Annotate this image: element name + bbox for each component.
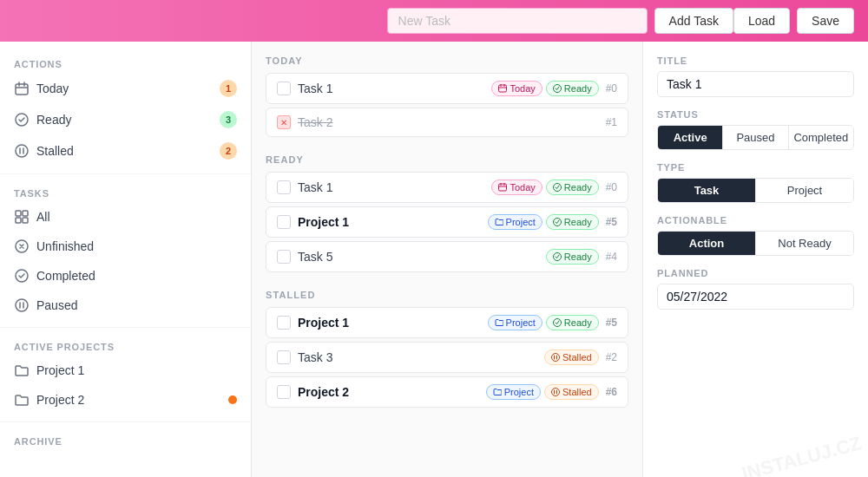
project2-label: Project 2: [36, 393, 221, 407]
task-checkbox[interactable]: [277, 385, 291, 399]
project1-label: Project 1: [36, 363, 237, 377]
svg-rect-0: [16, 84, 28, 95]
unfinished-icon: [14, 238, 30, 254]
sidebar: ACTIONS Today 1 Ready 3 Stalled 2 TASKS: [0, 42, 252, 477]
type-project-button[interactable]: Project: [756, 179, 853, 202]
type-field-label: TYPE: [657, 162, 854, 173]
task-tags: Today Ready: [491, 81, 598, 96]
ready-icon: [14, 112, 30, 127]
stalled-section: STALLED Project 1 Project Ready #5: [266, 290, 628, 408]
tag-today: Today: [491, 180, 542, 195]
table-row[interactable]: Task 1 Today Ready #0: [266, 73, 628, 104]
calendar-icon: [14, 81, 30, 96]
unfinished-label: Unfinished: [36, 239, 237, 253]
task-checkbox[interactable]: [277, 180, 291, 194]
svg-rect-12: [499, 184, 507, 191]
task-checkbox-x[interactable]: ✕: [277, 115, 291, 129]
task-checkbox[interactable]: [277, 82, 291, 95]
table-row[interactable]: Project 2 Project Stalled #6: [266, 376, 628, 408]
svg-rect-5: [16, 218, 21, 223]
task-id: #2: [606, 351, 617, 363]
actionable-field-label: ACTIONABLE: [657, 215, 854, 225]
status-btn-group: Active Paused Completed: [657, 125, 854, 150]
task-tags: Ready: [546, 249, 599, 265]
table-row[interactable]: Project 1 Project Ready #5: [266, 307, 628, 338]
projects-section-title: ACTIVE PROJECTS: [0, 335, 251, 356]
task-name: Task 3: [298, 350, 537, 364]
svg-rect-6: [23, 218, 28, 223]
table-row[interactable]: Task 3 Stalled #2: [266, 342, 628, 373]
ready-label: Ready: [36, 113, 213, 127]
svg-rect-10: [499, 85, 507, 92]
load-button[interactable]: Load: [733, 8, 790, 34]
table-row[interactable]: ✕ Task 2 #1: [266, 108, 628, 137]
task-id: #4: [606, 251, 617, 263]
task-checkbox[interactable]: [277, 316, 291, 330]
sidebar-item-stalled[interactable]: Stalled 2: [0, 135, 251, 167]
task-id: #5: [606, 317, 617, 329]
tag-today: Today: [491, 81, 542, 96]
actionable-notready-button[interactable]: Not Ready: [756, 232, 853, 255]
tasks-section-title: TASKS: [0, 181, 251, 202]
task-checkbox[interactable]: [277, 215, 291, 229]
task-id: #5: [606, 216, 617, 228]
actionable-btn-group: Action Not Ready: [657, 231, 854, 256]
task-checkbox[interactable]: [277, 250, 291, 264]
tag-ready: Ready: [546, 81, 599, 96]
sidebar-item-unfinished[interactable]: Unfinished: [0, 232, 251, 261]
all-icon: [14, 209, 30, 225]
svg-point-9: [16, 299, 28, 311]
task-tags: Project Ready: [488, 214, 599, 230]
status-active-button[interactable]: Active: [658, 126, 723, 149]
tag-stalled: Stalled: [544, 350, 599, 365]
table-row[interactable]: Project 1 Project Ready #5: [266, 206, 628, 238]
sidebar-item-today[interactable]: Today 1: [0, 73, 251, 104]
task-tags: Project Stalled: [486, 384, 599, 400]
right-panel: TITLE STATUS Active Paused Completed TYP…: [642, 42, 868, 477]
new-task-input[interactable]: [387, 8, 648, 34]
stalled-icon: [14, 143, 30, 159]
add-task-button[interactable]: Add Task: [654, 8, 733, 34]
actions-section-title: ACTIONS: [0, 52, 251, 73]
ready-badge: 3: [220, 111, 237, 128]
completed-label: Completed: [36, 269, 237, 283]
completed-icon: [14, 268, 30, 284]
task-tags: Project Ready: [488, 315, 599, 330]
svg-point-18: [552, 389, 560, 396]
task-id: #6: [606, 386, 617, 398]
status-paused-button[interactable]: Paused: [723, 126, 788, 149]
status-completed-button[interactable]: Completed: [789, 126, 853, 149]
tag-ready: Ready: [546, 180, 599, 195]
type-task-button[interactable]: Task: [658, 179, 756, 202]
divider-2: [0, 327, 251, 328]
ready-section-header: READY: [266, 154, 628, 165]
sidebar-item-project1[interactable]: Project 1: [0, 356, 251, 385]
folder-icon-2: [14, 392, 30, 408]
tag-ready: Ready: [546, 214, 599, 230]
today-section: TODAY Task 1 Today Ready #0 ✕: [266, 56, 628, 137]
tag-ready: Ready: [546, 249, 599, 265]
ready-section: READY Task 1 Today Ready #0: [266, 154, 628, 272]
sidebar-item-all[interactable]: All: [0, 202, 251, 232]
table-row[interactable]: Task 1 Today Ready #0: [266, 172, 628, 203]
task-name: Project 2: [298, 385, 479, 399]
paused-icon: [14, 297, 30, 313]
tag-project: Project: [488, 315, 542, 330]
actionable-action-button[interactable]: Action: [658, 232, 756, 255]
tag-project: Project: [488, 214, 542, 230]
task-name: Task 1: [298, 180, 484, 194]
divider-3: [0, 421, 251, 422]
task-checkbox[interactable]: [277, 350, 291, 364]
sidebar-item-ready[interactable]: Ready 3: [0, 104, 251, 135]
planned-input[interactable]: [657, 284, 854, 310]
project2-dot: [228, 395, 237, 404]
table-row[interactable]: Task 5 Ready #4: [266, 241, 628, 272]
title-input[interactable]: [657, 71, 854, 97]
task-name: Task 5: [298, 250, 539, 264]
sidebar-item-completed[interactable]: Completed: [0, 261, 251, 291]
sidebar-item-project2[interactable]: Project 2: [0, 385, 251, 415]
tag-project: Project: [486, 384, 541, 400]
save-button[interactable]: Save: [797, 8, 854, 34]
sidebar-item-paused[interactable]: Paused: [0, 291, 251, 320]
header: Add Task Load Save: [0, 0, 868, 42]
